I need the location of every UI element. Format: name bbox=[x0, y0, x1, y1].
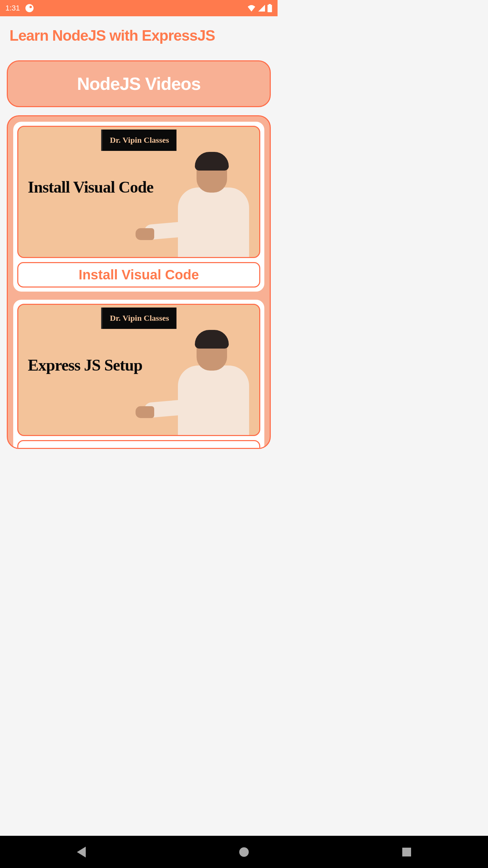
video-card[interactable]: Dr. Vipin Classes Express JS Setup Expre… bbox=[13, 300, 264, 449]
video-list[interactable]: Dr. Vipin Classes Install Visual Code In… bbox=[7, 115, 271, 449]
status-left: 1:31 bbox=[5, 4, 34, 13]
wifi-icon bbox=[247, 5, 256, 12]
status-bar: 1:31 bbox=[0, 0, 278, 16]
instructor-image bbox=[164, 152, 252, 257]
video-card[interactable]: Dr. Vipin Classes Install Visual Code In… bbox=[13, 122, 264, 292]
status-time: 1:31 bbox=[5, 4, 20, 13]
video-thumbnail[interactable]: Dr. Vipin Classes Install Visual Code bbox=[17, 126, 260, 258]
status-right bbox=[247, 4, 272, 12]
battery-icon bbox=[267, 4, 272, 12]
page-title: Learn NodeJS with ExpressJS bbox=[5, 27, 272, 44]
app-icon bbox=[25, 4, 34, 12]
video-label: Install Visual Code bbox=[17, 262, 260, 288]
section-header: NodeJS Videos bbox=[7, 60, 271, 107]
thumb-title: Install Visual Code bbox=[28, 178, 153, 196]
video-label: Express JS Setup bbox=[17, 440, 260, 449]
thumb-title: Express JS Setup bbox=[28, 356, 142, 374]
video-thumbnail[interactable]: Dr. Vipin Classes Express JS Setup bbox=[17, 304, 260, 436]
signal-icon bbox=[258, 5, 265, 12]
thumb-badge: Dr. Vipin Classes bbox=[101, 130, 177, 151]
instructor-image bbox=[164, 330, 252, 435]
thumb-badge: Dr. Vipin Classes bbox=[101, 308, 177, 329]
content-area: Learn NodeJS with ExpressJS NodeJS Video… bbox=[0, 16, 278, 461]
section-header-text: NodeJS Videos bbox=[77, 74, 201, 94]
